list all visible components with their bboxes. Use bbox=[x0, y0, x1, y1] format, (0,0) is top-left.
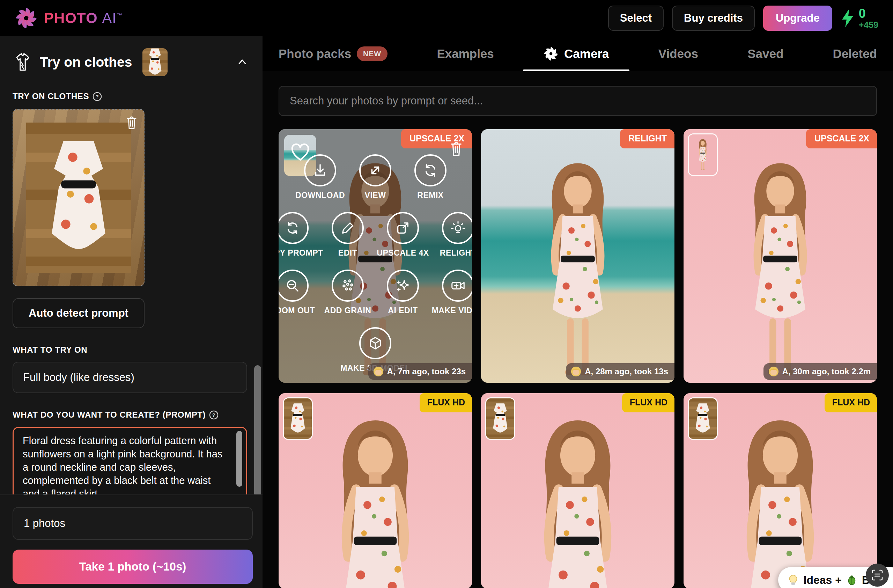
select-button[interactable]: Select bbox=[608, 6, 664, 31]
avatar-emoji bbox=[768, 366, 779, 377]
dress-photo bbox=[26, 123, 131, 273]
download-action[interactable]: DOWNLOAD bbox=[299, 154, 341, 200]
add-grain-action[interactable]: ADD GRAIN bbox=[327, 269, 368, 315]
photos-count-select[interactable]: 1 photos bbox=[12, 507, 253, 540]
source-thumbnail[interactable] bbox=[688, 397, 718, 440]
try-on-clothes-panel-header[interactable]: Try on clothes bbox=[12, 48, 248, 76]
screenshot-scan-button[interactable] bbox=[866, 564, 889, 586]
photo-meta-stamp: A, 28m ago, took 13s bbox=[566, 363, 675, 380]
expand-icon bbox=[367, 162, 383, 178]
prompt-scrollbar-thumb[interactable] bbox=[236, 431, 242, 487]
tab-camera[interactable]: Camera bbox=[543, 36, 609, 71]
uploaded-clothes-image[interactable] bbox=[12, 109, 144, 286]
sidebar-scrollbar-thumb[interactable] bbox=[254, 365, 261, 497]
upscale-badge: UPSCALE 2X bbox=[806, 129, 877, 148]
try-on-clothes-section-label: TRY ON CLOTHES ? bbox=[12, 92, 248, 101]
tab-photo-packs[interactable]: Photo packsNEW bbox=[278, 36, 388, 71]
search-input[interactable] bbox=[278, 86, 877, 116]
brand-logo[interactable]: PHOTO AI™ bbox=[15, 7, 123, 30]
make-video-action[interactable]: MAKE VIDEO bbox=[437, 269, 472, 315]
top-actions: Select Buy credits Upgrade 0 +459 bbox=[608, 6, 878, 31]
credits-indicator[interactable]: 0 +459 bbox=[840, 7, 878, 29]
delete-photo-button[interactable] bbox=[448, 140, 464, 159]
upscale-4x-action[interactable]: UPSCALE 4X bbox=[382, 212, 424, 258]
edit-action[interactable]: EDIT bbox=[327, 212, 368, 258]
buy-credits-button[interactable]: Buy credits bbox=[672, 6, 755, 31]
tab-deleted[interactable]: Deleted bbox=[833, 36, 877, 71]
tab-saved[interactable]: Saved bbox=[747, 36, 783, 71]
refresh-icon bbox=[422, 162, 439, 178]
view-action[interactable]: VIEW bbox=[355, 154, 396, 200]
trash-icon bbox=[124, 114, 139, 131]
try-on-type-select[interactable]: Full body (like dresses) bbox=[12, 362, 247, 393]
model-figure bbox=[529, 152, 627, 383]
tab-videos[interactable]: Videos bbox=[658, 36, 698, 71]
prompt-textarea[interactable] bbox=[12, 427, 247, 495]
source-thumbnail[interactable] bbox=[283, 397, 313, 440]
main-content: Photo packsNEW Examples Camera Videos Sa… bbox=[263, 36, 893, 588]
ai-edit-action[interactable]: AI EDIT bbox=[382, 269, 424, 315]
photo-card-2[interactable]: RELIGHT A, 28m ago, took 13s bbox=[481, 129, 675, 383]
prompt-label: WHAT DO YOU WANT TO CREATE? (PROMPT) ? bbox=[12, 410, 248, 420]
model-figure bbox=[731, 152, 830, 383]
auto-detect-prompt-button[interactable]: Auto detect prompt bbox=[12, 298, 144, 328]
photo-card-6[interactable]: FLUX HD bbox=[684, 393, 877, 588]
avatar-emoji bbox=[571, 366, 581, 377]
remix-action[interactable]: REMIX bbox=[410, 154, 451, 200]
model-figure bbox=[313, 406, 437, 588]
bug-emoji-icon bbox=[846, 574, 858, 586]
take-photo-button[interactable]: Take 1 photo (~10s) bbox=[12, 550, 253, 584]
photo-meta-stamp: A, 30m ago, took 2.2m bbox=[764, 363, 877, 380]
new-badge: NEW bbox=[357, 47, 388, 61]
zoom-out-icon bbox=[284, 278, 301, 294]
lightbulb-icon bbox=[450, 220, 466, 236]
svg-text:?: ? bbox=[96, 93, 99, 99]
credit-delta: +459 bbox=[859, 20, 878, 29]
copy-prompt-action[interactable]: COPY PROMPT bbox=[278, 212, 313, 258]
flux-hd-badge: FLUX HD bbox=[622, 393, 675, 412]
cube-icon bbox=[367, 335, 383, 351]
model-figure bbox=[516, 406, 640, 588]
flux-hd-badge: FLUX HD bbox=[419, 393, 472, 412]
svg-text:?: ? bbox=[212, 412, 216, 418]
flux-hd-badge: FLUX HD bbox=[825, 393, 877, 412]
source-thumbnail[interactable] bbox=[688, 133, 718, 176]
photo-actions-overlay: DOWNLOAD VIEW REMIX bbox=[278, 129, 472, 383]
avatar-emoji bbox=[373, 366, 384, 377]
photo-ai-logo-icon bbox=[15, 7, 38, 30]
help-icon[interactable]: ? bbox=[209, 410, 218, 420]
source-thumbnail[interactable] bbox=[485, 397, 515, 440]
wordmark: PHOTO AI™ bbox=[44, 10, 123, 27]
search-bar bbox=[278, 86, 877, 116]
panel-thumbnail bbox=[143, 48, 168, 76]
tab-examples[interactable]: Examples bbox=[437, 36, 494, 71]
download-icon bbox=[312, 162, 328, 178]
photo-ai-app: PHOTO AI™ Select Buy credits Upgrade 0 +… bbox=[0, 0, 893, 588]
grain-dots-icon bbox=[340, 278, 356, 294]
lightning-bolt-icon bbox=[840, 8, 855, 28]
photo-card-3[interactable]: UPSCALE 2X A, 30m ago, took 2.2m bbox=[684, 129, 877, 383]
sync-icon bbox=[284, 220, 301, 236]
sparkle-icon bbox=[395, 278, 411, 294]
upgrade-button[interactable]: Upgrade bbox=[763, 6, 832, 31]
panel-title: Try on clothes bbox=[40, 54, 132, 70]
remove-clothes-image-button[interactable] bbox=[124, 114, 139, 132]
photo-card-1[interactable]: UPSCALE 2X DOWNLOAD VIEW bbox=[278, 129, 472, 383]
relight-action[interactable]: RELIGHT bbox=[437, 212, 472, 258]
what-to-try-on-label: WHAT TO TRY ON bbox=[12, 345, 248, 355]
help-icon[interactable]: ? bbox=[93, 92, 102, 101]
credit-count: 0 bbox=[859, 7, 866, 20]
photo-card-5[interactable]: FLUX HD bbox=[481, 393, 675, 588]
photo-grid: UPSCALE 2X DOWNLOAD VIEW bbox=[278, 129, 877, 588]
top-bar: PHOTO AI™ Select Buy credits Upgrade 0 +… bbox=[0, 0, 893, 36]
lightbulb-emoji-icon bbox=[787, 574, 799, 586]
zoom-out-action[interactable]: ZOOM OUT bbox=[278, 269, 313, 315]
photo-meta-stamp: A, 7m ago, took 23s bbox=[368, 363, 472, 380]
photo-card-4[interactable]: FLUX HD bbox=[278, 393, 472, 588]
video-camera-icon bbox=[450, 278, 466, 294]
pencil-icon bbox=[340, 220, 356, 236]
sidebar: Try on clothes TRY ON CLOTHES ? Auto det… bbox=[0, 36, 263, 588]
chevron-up-icon[interactable] bbox=[236, 56, 248, 68]
tshirt-icon bbox=[12, 52, 33, 72]
relight-badge: RELIGHT bbox=[620, 129, 675, 148]
